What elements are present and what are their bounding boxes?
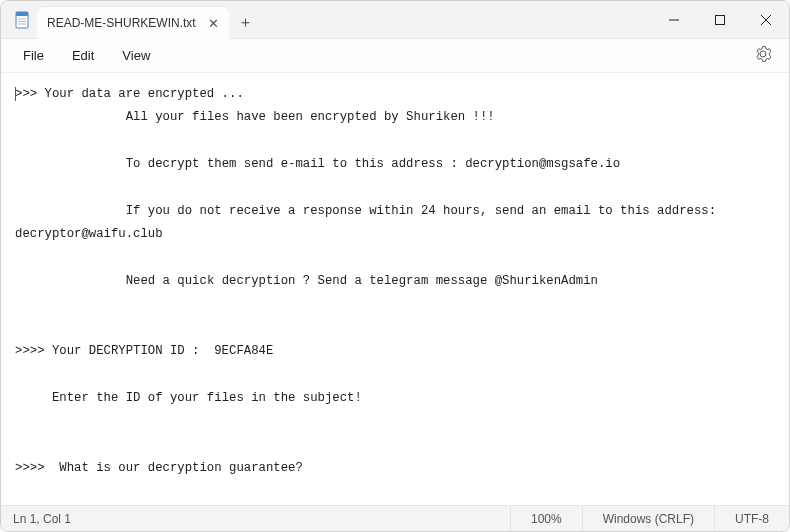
new-tab-button[interactable]: ＋ — [229, 7, 263, 38]
cursor-position: Ln 1, Col 1 — [1, 512, 83, 526]
minimize-button[interactable] — [651, 1, 697, 38]
view-menu[interactable]: View — [108, 44, 164, 67]
settings-button[interactable] — [745, 46, 781, 66]
notepad-icon — [1, 1, 37, 38]
line-ending[interactable]: Windows (CRLF) — [582, 506, 714, 532]
close-tab-icon[interactable]: ✕ — [196, 16, 219, 31]
document-text: >>> Your data are encrypted ... All your… — [15, 87, 723, 505]
window-controls — [651, 1, 789, 38]
svg-rect-6 — [716, 15, 725, 24]
titlebar-drag-area[interactable] — [263, 1, 651, 38]
edit-menu[interactable]: Edit — [58, 44, 108, 67]
close-window-button[interactable] — [743, 1, 789, 38]
title-bar: READ-ME-SHURKEWIN.txt ✕ ＋ — [1, 1, 789, 39]
menu-bar: File Edit View — [1, 39, 789, 73]
gear-icon — [755, 46, 771, 62]
status-bar: Ln 1, Col 1 100% Windows (CRLF) UTF-8 — [1, 505, 789, 531]
text-editor-area[interactable]: >>> Your data are encrypted ... All your… — [1, 73, 789, 505]
file-tab[interactable]: READ-ME-SHURKEWIN.txt ✕ — [37, 7, 229, 39]
notepad-window: READ-ME-SHURKEWIN.txt ✕ ＋ File Edit View… — [0, 0, 790, 532]
tab-title: READ-ME-SHURKEWIN.txt — [47, 16, 196, 30]
maximize-button[interactable] — [697, 1, 743, 38]
file-menu[interactable]: File — [9, 44, 58, 67]
encoding[interactable]: UTF-8 — [714, 506, 789, 532]
svg-rect-1 — [16, 12, 28, 16]
zoom-level[interactable]: 100% — [510, 506, 582, 532]
